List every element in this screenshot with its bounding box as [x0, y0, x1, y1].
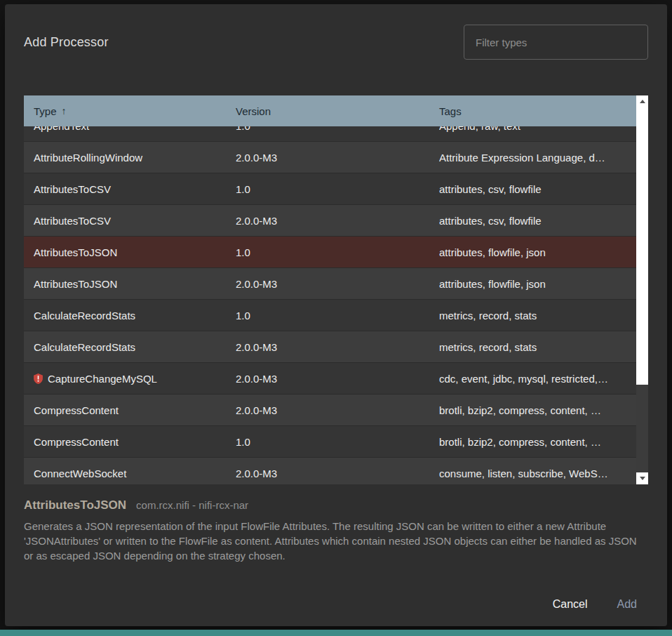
row-type-cell: CompressContent — [24, 404, 236, 416]
row-type-label: AttributesToJSON — [34, 246, 117, 258]
selected-processor-name: AttributesToJSON — [24, 498, 126, 512]
row-tags: Attribute Expression Language, d… — [439, 152, 636, 164]
add-button[interactable]: Add — [606, 592, 648, 616]
scroll-up-button[interactable] — [636, 95, 648, 107]
row-tags: metrics, record, stats — [439, 310, 636, 322]
row-tags: consume, listen, subscribe, WebS… — [439, 468, 636, 479]
row-version: 2.0.0-M3 — [236, 468, 439, 479]
row-type-cell: CalculateRecordStats — [24, 341, 236, 353]
scroll-down-icon — [640, 477, 645, 480]
row-type-label: CompressContent — [34, 404, 119, 416]
row-version: 1.0 — [236, 183, 439, 195]
row-version: 2.0.0-M3 — [236, 278, 439, 290]
row-type-label: ConnectWebSocket — [34, 468, 126, 479]
dialog-title: Add Processor — [24, 35, 109, 50]
row-version: 1.0 — [236, 246, 439, 258]
cancel-button[interactable]: Cancel — [542, 592, 599, 616]
row-type-cell: AttributeRollingWindow — [24, 152, 236, 164]
nifi-canvas-strip — [0, 630, 672, 636]
row-type-label: AppendText — [34, 126, 89, 132]
row-type-label: CalculateRecordStats — [34, 310, 135, 322]
row-type-cell: AttributesToJSON — [24, 278, 236, 290]
row-version: 1.0 — [236, 436, 439, 448]
selected-processor-bundle: com.rcx.nifi - nifi-rcx-nar — [136, 499, 248, 511]
row-type-label: CompressContent — [34, 436, 119, 448]
table-row[interactable]: AttributesToCSV 2.0.0-M3 attributes, csv… — [24, 205, 636, 237]
filter-types-input[interactable] — [464, 25, 648, 60]
row-type-cell: ConnectWebSocket — [24, 468, 236, 479]
table-row[interactable]: AttributeRollingWindow 2.0.0-M3 Attribut… — [24, 142, 636, 173]
row-type-cell: AttributesToJSON — [24, 246, 236, 258]
row-tags: brotli, bzip2, compress, content, … — [439, 436, 636, 448]
column-header-type-label: Type — [34, 105, 57, 117]
scrollbar-track[interactable] — [636, 107, 648, 472]
table-row[interactable]: CompressContent 1.0 brotli, bzip2, compr… — [24, 426, 636, 458]
row-tags: attributes, csv, flowfile — [439, 183, 636, 195]
column-header-tags[interactable]: Tags — [439, 105, 636, 117]
scroll-down-button[interactable] — [636, 472, 648, 484]
row-version: 2.0.0-M3 — [236, 373, 439, 385]
selected-processor-heading: AttributesToJSON com.rcx.nifi - nifi-rcx… — [24, 498, 648, 512]
table-row[interactable]: AttributesToJSON 2.0.0-M3 attributes, fl… — [24, 268, 636, 300]
row-type-label: CalculateRecordStats — [34, 341, 135, 353]
dialog-header: Add Processor — [24, 24, 648, 60]
restricted-shield-icon — [34, 373, 43, 384]
row-version: 1.0 — [236, 310, 439, 322]
row-type-label: CaptureChangeMySQL — [48, 373, 157, 385]
row-type-cell: CalculateRecordStats — [24, 310, 236, 322]
row-tags: cdc, event, jdbc, mysql, restricted,… — [439, 373, 636, 385]
table-row[interactable]: CalculateRecordStats 1.0 metrics, record… — [24, 300, 636, 331]
dialog-footer: Cancel Add — [24, 592, 648, 626]
row-version: 2.0.0-M3 — [236, 341, 439, 353]
column-header-version[interactable]: Version — [236, 105, 439, 117]
table-header-row: Type ↑ Version Tags — [24, 95, 636, 126]
processor-table-main: Type ↑ Version Tags AppendText 1.0 Appen… — [24, 95, 636, 484]
sort-ascending-icon: ↑ — [62, 105, 67, 117]
row-type-label: AttributesToCSV — [34, 215, 111, 227]
add-processor-dialog: Add Processor Type ↑ Version Tags — [5, 4, 667, 626]
table-row[interactable]: AppendText 1.0 Append, raw, text — [24, 126, 636, 142]
scroll-up-icon — [640, 100, 645, 103]
selected-processor-description: Generates a JSON representation of the i… — [24, 519, 648, 563]
column-header-type[interactable]: Type ↑ — [24, 105, 236, 117]
row-version: 1.0 — [236, 126, 439, 132]
row-type-cell: CompressContent — [24, 436, 236, 448]
row-type-cell: AppendText — [24, 126, 236, 132]
row-type-cell: AttributesToCSV — [24, 183, 236, 195]
table-row[interactable]: AttributesToJSON 1.0 attributes, flowfil… — [24, 237, 636, 268]
row-tags: Append, raw, text — [439, 126, 636, 132]
row-type-cell: CaptureChangeMySQL — [24, 373, 236, 385]
row-tags: metrics, record, stats — [439, 341, 636, 353]
table-body: AppendText 1.0 Append, raw, text Attribu… — [24, 126, 636, 484]
table-row[interactable]: ConnectWebSocket 2.0.0-M3 consume, liste… — [24, 458, 636, 484]
processor-table: Type ↑ Version Tags AppendText 1.0 Appen… — [24, 95, 648, 484]
row-type-label: AttributeRollingWindow — [34, 152, 142, 164]
row-version: 2.0.0-M3 — [236, 404, 439, 416]
row-tags: attributes, csv, flowfile — [439, 215, 636, 227]
row-version: 2.0.0-M3 — [236, 215, 439, 227]
table-row[interactable]: CalculateRecordStats 2.0.0-M3 metrics, r… — [24, 331, 636, 363]
row-version: 2.0.0-M3 — [236, 152, 439, 164]
row-tags: attributes, flowfile, json — [439, 246, 636, 258]
table-row[interactable]: CompressContent 2.0.0-M3 brotli, bzip2, … — [24, 395, 636, 426]
row-tags: attributes, flowfile, json — [439, 278, 636, 290]
table-row[interactable]: AttributesToCSV 1.0 attributes, csv, flo… — [24, 173, 636, 205]
scrollbar-thumb[interactable] — [636, 107, 648, 385]
row-tags: brotli, bzip2, compress, content, … — [439, 404, 636, 416]
row-type-cell: AttributesToCSV — [24, 215, 236, 227]
row-type-label: AttributesToJSON — [34, 278, 117, 290]
table-row[interactable]: CaptureChangeMySQL 2.0.0-M3 cdc, event, … — [24, 363, 636, 395]
table-scrollbar[interactable] — [636, 95, 648, 484]
row-type-label: AttributesToCSV — [34, 183, 111, 195]
selected-processor-details: AttributesToJSON com.rcx.nifi - nifi-rcx… — [24, 498, 648, 563]
